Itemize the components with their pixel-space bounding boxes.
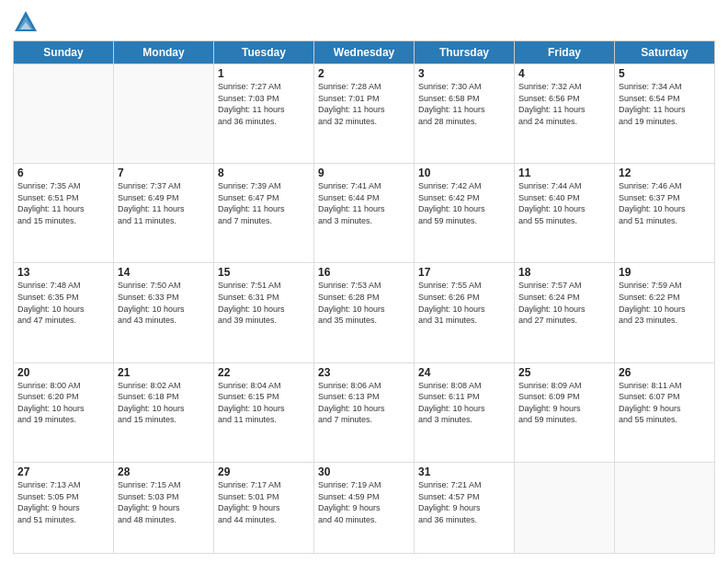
calendar-cell: 14Sunrise: 7:50 AM Sunset: 6:33 PM Dayli… — [114, 263, 214, 362]
cell-info: Sunrise: 8:11 AM Sunset: 6:07 PM Dayligh… — [619, 380, 711, 426]
logo — [13, 9, 42, 35]
day-number: 16 — [318, 266, 410, 279]
cell-info: Sunrise: 7:28 AM Sunset: 7:01 PM Dayligh… — [318, 81, 410, 127]
calendar-cell: 5Sunrise: 7:34 AM Sunset: 6:54 PM Daylig… — [615, 64, 715, 164]
calendar-header-row: SundayMondayTuesdayWednesdayThursdayFrid… — [14, 41, 715, 64]
calendar-cell: 19Sunrise: 7:59 AM Sunset: 6:22 PM Dayli… — [615, 263, 715, 362]
calendar-week-row: 20Sunrise: 8:00 AM Sunset: 6:20 PM Dayli… — [14, 362, 715, 462]
day-number: 8 — [218, 167, 310, 179]
day-number: 1 — [218, 67, 310, 80]
day-number: 13 — [17, 266, 109, 279]
calendar-cell: 22Sunrise: 8:04 AM Sunset: 6:15 PM Dayli… — [214, 362, 314, 462]
cell-info: Sunrise: 7:37 AM Sunset: 6:49 PM Dayligh… — [118, 180, 210, 226]
cell-info: Sunrise: 7:35 AM Sunset: 6:51 PM Dayligh… — [17, 180, 109, 226]
day-number: 10 — [418, 167, 510, 179]
cell-info: Sunrise: 7:48 AM Sunset: 6:35 PM Dayligh… — [17, 280, 109, 326]
day-number: 24 — [418, 366, 510, 379]
day-number: 6 — [17, 167, 109, 179]
cell-info: Sunrise: 7:34 AM Sunset: 6:54 PM Dayligh… — [619, 81, 711, 127]
cell-info: Sunrise: 7:13 AM Sunset: 5:05 PM Dayligh… — [17, 479, 109, 525]
calendar-cell: 11Sunrise: 7:44 AM Sunset: 6:40 PM Dayli… — [515, 164, 615, 263]
calendar-cell — [114, 64, 214, 164]
cell-info: Sunrise: 7:32 AM Sunset: 6:56 PM Dayligh… — [518, 81, 610, 127]
day-number: 17 — [418, 266, 510, 279]
day-number: 22 — [218, 366, 310, 379]
calendar-cell: 24Sunrise: 8:08 AM Sunset: 6:11 PM Dayli… — [415, 362, 515, 462]
calendar-week-row: 1Sunrise: 7:27 AM Sunset: 7:03 PM Daylig… — [14, 64, 715, 164]
calendar-cell: 15Sunrise: 7:51 AM Sunset: 6:31 PM Dayli… — [214, 263, 314, 362]
day-number: 11 — [518, 167, 610, 179]
day-number: 25 — [518, 366, 610, 379]
day-number: 2 — [318, 67, 410, 80]
day-number: 20 — [17, 366, 109, 379]
day-number: 12 — [619, 167, 711, 179]
calendar-cell: 20Sunrise: 8:00 AM Sunset: 6:20 PM Dayli… — [14, 362, 114, 462]
day-of-week-header: Sunday — [14, 41, 114, 64]
calendar-cell: 31Sunrise: 7:21 AM Sunset: 4:57 PM Dayli… — [415, 462, 515, 553]
logo-icon — [13, 9, 39, 35]
day-of-week-header: Thursday — [415, 41, 515, 64]
calendar-cell: 12Sunrise: 7:46 AM Sunset: 6:37 PM Dayli… — [615, 164, 715, 263]
cell-info: Sunrise: 7:19 AM Sunset: 4:59 PM Dayligh… — [318, 479, 410, 525]
calendar-cell — [515, 462, 615, 553]
day-number: 4 — [518, 67, 610, 80]
day-number: 19 — [619, 266, 711, 279]
day-number: 27 — [17, 465, 109, 478]
calendar-cell — [615, 462, 715, 553]
day-number: 28 — [118, 465, 210, 478]
day-number: 21 — [118, 366, 210, 379]
day-of-week-header: Tuesday — [214, 41, 314, 64]
day-of-week-header: Wednesday — [314, 41, 415, 64]
day-number: 14 — [118, 266, 210, 279]
calendar-cell: 10Sunrise: 7:42 AM Sunset: 6:42 PM Dayli… — [415, 164, 515, 263]
page: SundayMondayTuesdayWednesdayThursdayFrid… — [0, 0, 728, 563]
calendar-cell: 17Sunrise: 7:55 AM Sunset: 6:26 PM Dayli… — [415, 263, 515, 362]
day-number: 29 — [218, 465, 310, 478]
cell-info: Sunrise: 7:41 AM Sunset: 6:44 PM Dayligh… — [318, 180, 410, 226]
calendar-cell: 4Sunrise: 7:32 AM Sunset: 6:56 PM Daylig… — [515, 64, 615, 164]
cell-info: Sunrise: 7:42 AM Sunset: 6:42 PM Dayligh… — [418, 180, 510, 226]
calendar-table: SundayMondayTuesdayWednesdayThursdayFrid… — [13, 40, 715, 554]
calendar-cell: 7Sunrise: 7:37 AM Sunset: 6:49 PM Daylig… — [114, 164, 214, 263]
cell-info: Sunrise: 7:15 AM Sunset: 5:03 PM Dayligh… — [118, 479, 210, 525]
calendar-cell — [14, 64, 114, 164]
calendar-cell: 26Sunrise: 8:11 AM Sunset: 6:07 PM Dayli… — [615, 362, 715, 462]
cell-info: Sunrise: 7:39 AM Sunset: 6:47 PM Dayligh… — [218, 180, 310, 226]
day-number: 9 — [318, 167, 410, 179]
cell-info: Sunrise: 7:17 AM Sunset: 5:01 PM Dayligh… — [218, 479, 310, 525]
calendar-cell: 8Sunrise: 7:39 AM Sunset: 6:47 PM Daylig… — [214, 164, 314, 263]
cell-info: Sunrise: 7:46 AM Sunset: 6:37 PM Dayligh… — [619, 180, 711, 226]
day-of-week-header: Saturday — [615, 41, 715, 64]
calendar-cell: 3Sunrise: 7:30 AM Sunset: 6:58 PM Daylig… — [415, 64, 515, 164]
calendar-cell: 25Sunrise: 8:09 AM Sunset: 6:09 PM Dayli… — [515, 362, 615, 462]
calendar-cell: 6Sunrise: 7:35 AM Sunset: 6:51 PM Daylig… — [14, 164, 114, 263]
cell-info: Sunrise: 7:55 AM Sunset: 6:26 PM Dayligh… — [418, 280, 510, 326]
day-number: 23 — [318, 366, 410, 379]
cell-info: Sunrise: 7:44 AM Sunset: 6:40 PM Dayligh… — [518, 180, 610, 226]
day-number: 7 — [118, 167, 210, 179]
cell-info: Sunrise: 7:30 AM Sunset: 6:58 PM Dayligh… — [418, 81, 510, 127]
calendar-cell: 13Sunrise: 7:48 AM Sunset: 6:35 PM Dayli… — [14, 263, 114, 362]
day-number: 30 — [318, 465, 410, 478]
day-number: 5 — [619, 67, 711, 80]
cell-info: Sunrise: 8:09 AM Sunset: 6:09 PM Dayligh… — [518, 380, 610, 426]
day-number: 15 — [218, 266, 310, 279]
calendar-week-row: 27Sunrise: 7:13 AM Sunset: 5:05 PM Dayli… — [14, 462, 715, 553]
calendar-cell: 16Sunrise: 7:53 AM Sunset: 6:28 PM Dayli… — [314, 263, 415, 362]
day-number: 3 — [418, 67, 510, 80]
day-number: 18 — [518, 266, 610, 279]
calendar-cell: 30Sunrise: 7:19 AM Sunset: 4:59 PM Dayli… — [314, 462, 415, 553]
cell-info: Sunrise: 7:27 AM Sunset: 7:03 PM Dayligh… — [218, 81, 310, 127]
calendar-cell: 9Sunrise: 7:41 AM Sunset: 6:44 PM Daylig… — [314, 164, 415, 263]
calendar-cell: 21Sunrise: 8:02 AM Sunset: 6:18 PM Dayli… — [114, 362, 214, 462]
cell-info: Sunrise: 8:00 AM Sunset: 6:20 PM Dayligh… — [17, 380, 109, 426]
cell-info: Sunrise: 7:59 AM Sunset: 6:22 PM Dayligh… — [619, 280, 711, 326]
cell-info: Sunrise: 7:53 AM Sunset: 6:28 PM Dayligh… — [318, 280, 410, 326]
day-of-week-header: Friday — [515, 41, 615, 64]
cell-info: Sunrise: 8:08 AM Sunset: 6:11 PM Dayligh… — [418, 380, 510, 426]
cell-info: Sunrise: 7:57 AM Sunset: 6:24 PM Dayligh… — [518, 280, 610, 326]
calendar-cell: 27Sunrise: 7:13 AM Sunset: 5:05 PM Dayli… — [14, 462, 114, 553]
calendar-cell: 23Sunrise: 8:06 AM Sunset: 6:13 PM Dayli… — [314, 362, 415, 462]
cell-info: Sunrise: 7:51 AM Sunset: 6:31 PM Dayligh… — [218, 280, 310, 326]
cell-info: Sunrise: 8:02 AM Sunset: 6:18 PM Dayligh… — [118, 380, 210, 426]
